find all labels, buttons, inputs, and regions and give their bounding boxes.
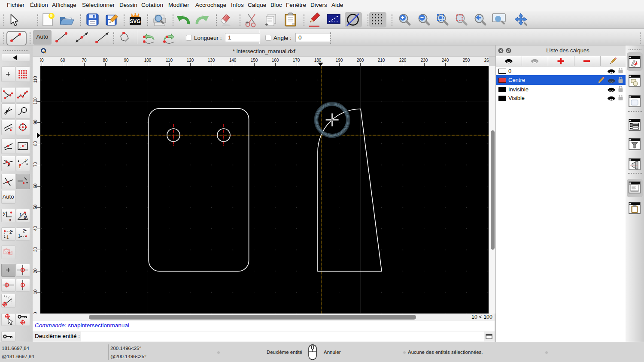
svg-text:SVG: SVG [130, 18, 140, 24]
svg-text:1: 1 [18, 234, 21, 238]
svg-text:y: y [3, 211, 6, 216]
svg-text:a: a [24, 215, 26, 220]
svg-text:r: r [20, 212, 21, 217]
svg-text:x: x [9, 217, 12, 222]
svg-text:2: 2 [9, 230, 12, 235]
svg-text:2: 2 [23, 229, 25, 233]
svg-text:1: 1 [6, 235, 9, 240]
